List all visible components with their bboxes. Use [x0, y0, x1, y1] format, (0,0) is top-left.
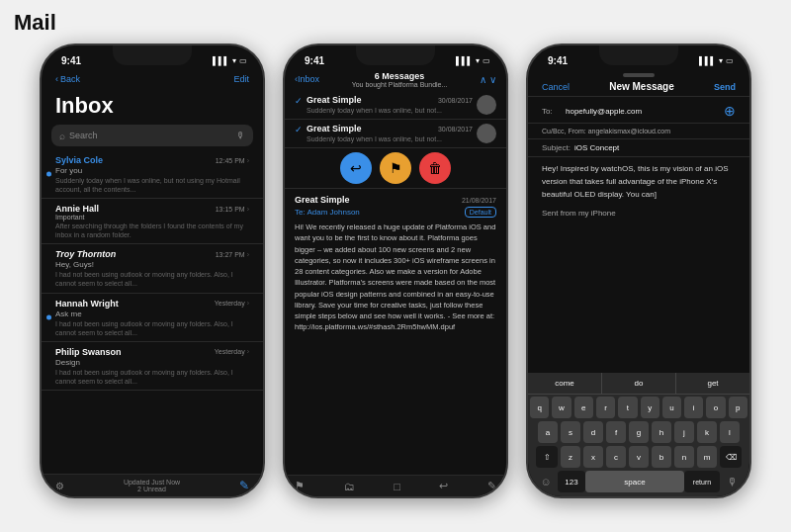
reply-toolbar-icon[interactable]: ↩: [439, 480, 448, 492]
status-icons-1: ▌▌▌ ▾ ▭: [213, 56, 247, 65]
search-bar[interactable]: ⌕ Search 🎙: [51, 125, 253, 146]
email-time-3: 13:27 PM ›: [216, 251, 249, 258]
emoji-key[interactable]: ☺: [534, 471, 558, 492]
thread-back-label[interactable]: Inbox: [298, 74, 319, 84]
key-x[interactable]: x: [583, 446, 603, 468]
email-sender-3: Troy Thornton: [55, 249, 116, 259]
key-q[interactable]: q: [530, 397, 549, 418]
key-f[interactable]: f: [606, 421, 626, 443]
trash-button[interactable]: 🗑: [419, 152, 451, 184]
email-item-2[interactable]: Annie Hall 13:15 PM › Important After se…: [42, 199, 263, 244]
key-d[interactable]: d: [583, 421, 603, 443]
email-item-1[interactable]: Sylvia Cole 12:45 PM › For you Suddenly …: [42, 150, 263, 199]
key-w[interactable]: w: [552, 397, 571, 418]
key-g[interactable]: g: [629, 421, 649, 443]
space-key[interactable]: space: [585, 471, 684, 492]
suggestion-2[interactable]: do: [602, 373, 676, 394]
subject-value[interactable]: iOS Concept: [574, 143, 736, 152]
key-b[interactable]: b: [652, 446, 671, 468]
compose-drag-handle: [623, 73, 655, 77]
send-button[interactable]: Send: [714, 82, 736, 92]
compose-icon-1[interactable]: ✎: [239, 479, 249, 492]
num-key[interactable]: 123: [558, 471, 585, 492]
key-c[interactable]: c: [606, 446, 626, 468]
mic-key[interactable]: 🎙: [720, 471, 744, 492]
phones-container: 9:41 ▌▌▌ ▾ ▭ ‹ Back Edit Inbox ⌕: [0, 44, 791, 498]
msg-preview-1[interactable]: ✓ Great Simple 30/08/2017 Suddenly today…: [285, 91, 506, 120]
flag-button[interactable]: ⚑: [380, 152, 411, 184]
msg-avatar-1: [477, 95, 496, 115]
reply-button[interactable]: ↩: [340, 152, 372, 184]
compose-body[interactable]: Hey! Inspired by watchOS, this is my vis…: [528, 157, 749, 223]
key-h[interactable]: h: [652, 421, 671, 443]
flag-toolbar-icon[interactable]: ⚑: [295, 480, 305, 492]
key-s[interactable]: s: [561, 421, 580, 443]
to-value[interactable]: hopefully@apple.com: [566, 107, 720, 116]
key-a[interactable]: a: [538, 421, 558, 443]
unread-count: 2 Unread: [64, 486, 239, 492]
email-sender-2: Annie Hall: [55, 204, 99, 214]
kb-bottom-row: ☺ 123 space return 🎙: [530, 471, 747, 494]
key-j[interactable]: j: [674, 421, 694, 443]
thread-title-area: 6 Messages You bought Platforma Bundle..…: [323, 71, 476, 88]
subject-field[interactable]: Subject: iOS Concept: [528, 139, 749, 157]
inbox-nav-bar: ‹ Back Edit: [42, 67, 263, 91]
back-label-1[interactable]: Back: [60, 74, 80, 84]
msg-date-1: 30/08/2017: [438, 97, 473, 104]
email-item-5[interactable]: Philip Swanson Yesterday › Design I had …: [42, 342, 263, 391]
email-time-2: 13:15 PM ›: [216, 206, 249, 213]
key-u[interactable]: u: [662, 397, 681, 418]
key-t[interactable]: t: [618, 397, 637, 418]
msg-body-2: Great Simple 30/08/2017 Suddenly today w…: [307, 124, 473, 143]
email-label-2: Important: [55, 214, 249, 221]
key-l[interactable]: l: [720, 421, 740, 443]
next-arrow[interactable]: ∨: [489, 74, 496, 85]
back-chevron-1: ‹: [55, 74, 58, 84]
key-k[interactable]: k: [697, 421, 717, 443]
shift-key[interactable]: ⇧: [536, 446, 558, 468]
email-item-3[interactable]: Troy Thornton 13:27 PM › Hey, Guys! I ha…: [42, 244, 263, 293]
return-key[interactable]: return: [684, 471, 720, 492]
keyboard: come do get q w e r t y u i o: [528, 373, 749, 496]
prev-arrow[interactable]: ∧: [480, 74, 486, 85]
email-preview-3: I had not been using outlook or moving a…: [55, 270, 249, 288]
kb-row-1: q w e r t y u i o p: [530, 397, 747, 418]
ccbcc-field[interactable]: Cu/Bcc, From: angelakismax@icloud.com: [528, 124, 749, 139]
email-sender-1: Sylvia Cole: [55, 155, 103, 165]
key-i[interactable]: i: [684, 397, 703, 418]
kb-row-2: a s d f g h j k l: [530, 421, 747, 443]
msg-preview-2[interactable]: ✓ Great Simple 30/08/2017 Suddenly today…: [285, 120, 506, 148]
folder-icon[interactable]: 🗂: [344, 481, 355, 492]
to-field[interactable]: To: hopefully@apple.com ⊕: [528, 99, 749, 124]
settings-icon-1[interactable]: ⚙: [55, 481, 64, 491]
email-item-4[interactable]: Hannah Wright Yesterday › Ask me I had n…: [42, 294, 263, 342]
archive-icon[interactable]: □: [394, 481, 400, 492]
key-e[interactable]: e: [574, 397, 593, 418]
ccbcc-value[interactable]: Cu/Bcc, From: angelakismax@icloud.com: [542, 128, 736, 134]
battery-icon-1: ▭: [239, 56, 247, 65]
back-button-1[interactable]: ‹ Back: [55, 74, 80, 84]
key-y[interactable]: y: [641, 397, 659, 418]
key-v[interactable]: v: [629, 446, 649, 468]
compose-icon-2[interactable]: ✎: [487, 480, 496, 492]
key-p[interactable]: p: [729, 397, 747, 418]
suggestion-1[interactable]: come: [528, 373, 602, 394]
delete-key[interactable]: ⌫: [720, 446, 742, 468]
email-time-4: Yesterday ›: [215, 300, 249, 307]
thread-back-button[interactable]: ‹ Inbox: [295, 74, 319, 84]
thread-navigation-arrows: ∧ ∨: [480, 74, 496, 85]
key-r[interactable]: r: [596, 397, 615, 418]
key-m[interactable]: m: [697, 446, 717, 468]
add-contact-icon[interactable]: ⊕: [724, 103, 736, 119]
key-o[interactable]: o: [706, 397, 725, 418]
edit-button-1[interactable]: Edit: [233, 74, 249, 84]
suggestion-3[interactable]: get: [676, 373, 749, 394]
search-placeholder: Search: [69, 131, 98, 140]
key-z[interactable]: z: [561, 446, 580, 468]
email-preview-2: After searching through the folders I fo…: [55, 222, 249, 239]
cancel-button[interactable]: Cancel: [542, 82, 570, 92]
compose-body-text[interactable]: Hey! Inspired by watchOS, this is my vis…: [542, 163, 736, 201]
phone2-toolbar: ⚑ 🗂 □ ↩ ✎: [285, 475, 506, 496]
inbox-title: Inbox: [42, 91, 263, 123]
key-n[interactable]: n: [674, 446, 694, 468]
